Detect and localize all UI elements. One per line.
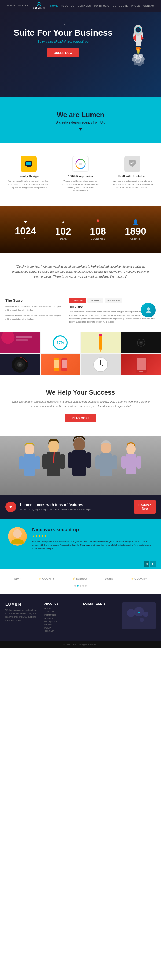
footer-links-col: ABOUT US HOME ABOUT US PORTFOLIO SERVICE… bbox=[44, 602, 78, 633]
map-svg bbox=[126, 605, 152, 626]
we-are-heading: We are Lumen bbox=[8, 111, 153, 119]
nav-contact[interactable]: CONTACT bbox=[143, 5, 156, 7]
dot-1[interactable] bbox=[74, 585, 76, 587]
stat-countries: 📍 108 Countries bbox=[90, 219, 106, 240]
svg-point-4 bbox=[137, 28, 140, 31]
svg-rect-30 bbox=[16, 336, 32, 338]
svg-point-85 bbox=[140, 617, 144, 622]
read-more-button[interactable]: Read More bbox=[65, 414, 96, 423]
portfolio-item-phone-red[interactable] bbox=[121, 354, 161, 375]
svg-rect-55 bbox=[137, 358, 146, 370]
footer-map-col bbox=[122, 602, 156, 633]
features-bar-content: Lumen comes with tons of features Donec … bbox=[20, 503, 130, 511]
next-page-button[interactable]: ▶ bbox=[150, 561, 156, 566]
vision-tab[interactable]: 📍 Our Vision bbox=[69, 298, 86, 303]
svg-point-17 bbox=[140, 57, 145, 62]
nav-portfolio[interactable]: PORTFOLIO bbox=[94, 5, 109, 7]
story-title: The Story bbox=[5, 298, 63, 302]
feature-1-title: Lovely Design bbox=[8, 175, 49, 178]
footer-link-portfolio[interactable]: PORTFOLIO bbox=[44, 614, 78, 616]
svg-rect-60 bbox=[24, 454, 35, 476]
logo-text: LUMEN bbox=[33, 6, 45, 10]
testimonial-content: Nice work keep it up ★★★★★ As a web entr… bbox=[32, 527, 153, 550]
nav-quote[interactable]: GET QUOTE bbox=[112, 5, 128, 7]
stat-clients: 👤 1890 Clients bbox=[125, 219, 146, 240]
svg-rect-23 bbox=[27, 166, 30, 166]
footer-logo: LUMEN bbox=[5, 602, 39, 606]
svg-point-68 bbox=[73, 438, 85, 452]
feature-3-title: Built with Bootstrap bbox=[112, 175, 153, 178]
footer-link-contact[interactable]: CONTACT bbox=[44, 630, 78, 632]
svg-point-76 bbox=[126, 443, 135, 455]
footer-link-services[interactable]: SERVICES bbox=[44, 617, 78, 619]
countries-icon: 📍 bbox=[90, 219, 106, 225]
svg-rect-7 bbox=[136, 42, 138, 46]
story-grid: The Story Nam liber tempor cum soluta no… bbox=[5, 298, 156, 324]
dot-2[interactable] bbox=[77, 585, 79, 587]
svg-rect-71 bbox=[86, 452, 91, 468]
svg-rect-24 bbox=[27, 166, 31, 167]
clients-number: 1890 bbox=[125, 227, 146, 236]
heart-icon: ♥ bbox=[10, 504, 12, 510]
story-right: 📍 Our Vision Our Mission Who We Are? Our… bbox=[69, 298, 156, 324]
hearts-number: 1024 bbox=[15, 226, 36, 236]
hero-heading: Suite For Your Business bbox=[8, 28, 118, 38]
svg-rect-44 bbox=[54, 360, 59, 368]
order-now-button[interactable]: Order Now bbox=[47, 48, 79, 57]
footer-link-home[interactable]: HOME bbox=[44, 607, 78, 610]
footer: LUMEN We have a great supporting team to… bbox=[0, 594, 161, 641]
rocket-illustration bbox=[123, 19, 156, 73]
logo-gookity-1: ⚡ GOOKITY bbox=[38, 578, 55, 580]
logo-nd4: ND4▸ bbox=[14, 578, 21, 580]
portfolio-item-dark[interactable] bbox=[121, 332, 161, 353]
footer-link-quote[interactable]: GET QUOTE bbox=[44, 620, 78, 623]
feature-responsive: 100% Responsive We are providing service… bbox=[57, 153, 104, 195]
features-grid: Lovely Design We have creative developer… bbox=[5, 153, 156, 195]
logo-beauly: beauly bbox=[105, 578, 113, 580]
download-now-button[interactable]: Download Now bbox=[134, 500, 156, 514]
logos-section: ND4▸ ⚡ GOOKITY ⚡ Sparrout beauly ⚡ GOOKI… bbox=[0, 569, 161, 594]
testimonial-stars: ★★★★★ bbox=[32, 534, 153, 538]
ideas-icon: ★ bbox=[55, 219, 71, 225]
portfolio-item-clock[interactable] bbox=[81, 354, 121, 375]
story-image-circle bbox=[141, 303, 156, 317]
portfolio-item-percent[interactable]: 57% bbox=[40, 332, 81, 353]
footer-link-media[interactable]: MEDIA bbox=[44, 627, 78, 629]
we-are-section: We are Lumen A creative design agency fr… bbox=[0, 97, 161, 143]
nav-about[interactable]: ABOUT US bbox=[61, 5, 75, 7]
dot-5[interactable] bbox=[85, 585, 87, 587]
hero-section: Suite For Your Business Be one step ahea… bbox=[0, 11, 161, 97]
ideas-number: 102 bbox=[55, 227, 71, 236]
testimonial-heading: Nice work keep it up bbox=[32, 527, 153, 533]
quote-text: "Quality is our key. ! We are working on… bbox=[11, 264, 150, 279]
mission-tab[interactable]: Our Mission bbox=[88, 298, 103, 303]
arrow-down-icon: ▼ bbox=[8, 127, 153, 132]
navigation: +44 (0) 81 0020NKHA8 LUMEN HOME ABOUT US… bbox=[0, 0, 161, 11]
team-section bbox=[0, 436, 161, 495]
footer-link-pages[interactable]: PAGES bbox=[44, 624, 78, 626]
footer-about-text: We have a great supporting team to care … bbox=[5, 609, 39, 622]
portfolio-item-vinyl[interactable] bbox=[0, 354, 40, 375]
dot-3[interactable] bbox=[80, 585, 81, 587]
footer-link-about[interactable]: ABOUT US bbox=[44, 611, 78, 613]
svg-point-86 bbox=[138, 612, 140, 613]
portfolio-item-phones[interactable] bbox=[40, 354, 81, 375]
prev-page-button[interactable]: ◀ bbox=[144, 561, 149, 566]
who-tab[interactable]: Who We Are? bbox=[105, 298, 122, 303]
portfolio-item-pencil[interactable] bbox=[81, 332, 121, 353]
features-bar-icon: ♥ bbox=[5, 501, 16, 512]
footer-tweets-col: LATEST TWEETS bbox=[83, 602, 117, 633]
footer-about-col: LUMEN We have a great supporting team to… bbox=[5, 602, 39, 633]
portfolio-item-1[interactable] bbox=[0, 332, 40, 353]
svg-point-63 bbox=[48, 440, 59, 453]
svg-rect-65 bbox=[42, 454, 48, 469]
help-text: "Nam liber tempor cum soluta nobis eleif… bbox=[11, 399, 150, 409]
nav-home[interactable]: HOME bbox=[50, 5, 58, 7]
nav-services[interactable]: SERVICES bbox=[78, 5, 91, 7]
features-bar-title: Lumen comes with tons of features bbox=[20, 503, 130, 507]
footer-bottom: © 2023 Lumen. All Rights Reserved. bbox=[0, 641, 161, 648]
story-text-1: Nam liber tempor cum soluta nobis eleife… bbox=[5, 305, 63, 312]
dot-4[interactable] bbox=[82, 585, 84, 587]
nav-pages[interactable]: PAGES bbox=[131, 5, 140, 7]
svg-marker-33 bbox=[99, 349, 102, 352]
